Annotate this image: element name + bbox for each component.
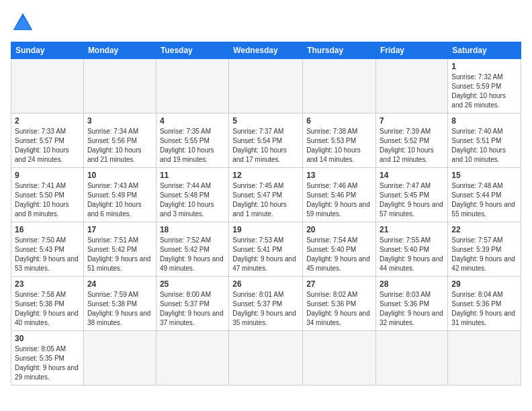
day-cell: 23Sunrise: 7:58 AM Sunset: 5:38 PM Dayli… (11, 277, 84, 331)
day-cell: 9Sunrise: 7:41 AM Sunset: 5:50 PM Daylig… (11, 168, 84, 222)
day-cell: 25Sunrise: 8:00 AM Sunset: 5:37 PM Dayli… (156, 277, 228, 331)
day-header-friday: Friday (376, 42, 448, 59)
day-number: 11 (160, 171, 225, 180)
day-cell (156, 331, 228, 385)
day-number: 8 (451, 116, 517, 126)
day-header-wednesday: Wednesday (229, 42, 303, 59)
day-cell (11, 59, 84, 113)
day-number: 2 (15, 116, 80, 126)
day-info: Sunrise: 7:47 AM Sunset: 5:45 PM Dayligh… (380, 181, 444, 219)
page: SundayMondayTuesdayWednesdayThursdayFrid… (0, 0, 532, 411)
day-info: Sunrise: 7:43 AM Sunset: 5:49 PM Dayligh… (87, 181, 152, 219)
day-cell (156, 59, 228, 113)
day-cell (229, 59, 303, 113)
logo-icon (11, 11, 35, 35)
day-info: Sunrise: 7:57 AM Sunset: 5:39 PM Dayligh… (451, 236, 517, 273)
day-info: Sunrise: 7:58 AM Sunset: 5:38 PM Dayligh… (15, 290, 80, 328)
day-number: 4 (160, 116, 225, 126)
day-cell: 5Sunrise: 7:37 AM Sunset: 5:54 PM Daylig… (229, 113, 303, 168)
day-header-thursday: Thursday (303, 42, 376, 59)
day-number: 20 (306, 225, 372, 234)
day-info: Sunrise: 7:59 AM Sunset: 5:38 PM Dayligh… (87, 290, 152, 328)
week-row-4: 16Sunrise: 7:50 AM Sunset: 5:43 PM Dayli… (11, 222, 521, 277)
day-cell: 22Sunrise: 7:57 AM Sunset: 5:39 PM Dayli… (448, 222, 521, 277)
day-cell: 21Sunrise: 7:55 AM Sunset: 5:40 PM Dayli… (376, 222, 448, 277)
day-number: 27 (306, 279, 372, 289)
header (11, 11, 521, 35)
day-cell (376, 331, 448, 385)
day-number: 24 (87, 279, 152, 289)
day-number: 30 (15, 334, 80, 343)
day-number: 26 (232, 279, 299, 289)
day-number: 17 (87, 225, 152, 234)
week-row-1: 1Sunrise: 7:32 AM Sunset: 5:59 PM Daylig… (11, 59, 521, 113)
day-cell: 6Sunrise: 7:38 AM Sunset: 5:53 PM Daylig… (303, 113, 376, 168)
day-info: Sunrise: 8:03 AM Sunset: 5:36 PM Dayligh… (380, 290, 444, 328)
logo (11, 11, 38, 35)
day-cell: 1Sunrise: 7:32 AM Sunset: 5:59 PM Daylig… (448, 59, 521, 113)
day-cell: 4Sunrise: 7:35 AM Sunset: 5:55 PM Daylig… (156, 113, 228, 168)
week-row-5: 23Sunrise: 7:58 AM Sunset: 5:38 PM Dayli… (11, 277, 521, 331)
day-cell: 11Sunrise: 7:44 AM Sunset: 5:48 PM Dayli… (156, 168, 228, 222)
day-info: Sunrise: 8:02 AM Sunset: 5:36 PM Dayligh… (306, 290, 372, 328)
week-row-6: 30Sunrise: 8:05 AM Sunset: 5:35 PM Dayli… (11, 331, 521, 385)
day-number: 10 (87, 171, 152, 180)
day-info: Sunrise: 7:35 AM Sunset: 5:55 PM Dayligh… (160, 127, 225, 165)
day-number: 23 (15, 279, 80, 289)
day-cell: 14Sunrise: 7:47 AM Sunset: 5:45 PM Dayli… (376, 168, 448, 222)
day-number: 21 (380, 225, 444, 234)
day-cell: 12Sunrise: 7:45 AM Sunset: 5:47 PM Dayli… (229, 168, 303, 222)
day-cell: 30Sunrise: 8:05 AM Sunset: 5:35 PM Dayli… (11, 331, 84, 385)
day-cell: 3Sunrise: 7:34 AM Sunset: 5:56 PM Daylig… (83, 113, 156, 168)
day-cell: 17Sunrise: 7:51 AM Sunset: 5:42 PM Dayli… (83, 222, 156, 277)
day-info: Sunrise: 7:34 AM Sunset: 5:56 PM Dayligh… (87, 127, 152, 165)
day-number: 13 (306, 171, 372, 180)
day-info: Sunrise: 7:46 AM Sunset: 5:46 PM Dayligh… (306, 181, 372, 219)
day-number: 5 (232, 116, 299, 126)
day-cell: 2Sunrise: 7:33 AM Sunset: 5:57 PM Daylig… (11, 113, 84, 168)
day-number: 28 (380, 279, 444, 289)
day-info: Sunrise: 7:44 AM Sunset: 5:48 PM Dayligh… (160, 181, 225, 219)
day-cell (83, 331, 156, 385)
day-number: 25 (160, 279, 225, 289)
calendar-body: 1Sunrise: 7:32 AM Sunset: 5:59 PM Daylig… (11, 59, 521, 385)
day-info: Sunrise: 7:37 AM Sunset: 5:54 PM Dayligh… (232, 127, 299, 165)
week-row-3: 9Sunrise: 7:41 AM Sunset: 5:50 PM Daylig… (11, 168, 521, 222)
day-cell (229, 331, 303, 385)
day-header-saturday: Saturday (448, 42, 521, 59)
day-cell: 8Sunrise: 7:40 AM Sunset: 5:51 PM Daylig… (448, 113, 521, 168)
day-number: 18 (160, 225, 225, 234)
day-cell (303, 331, 376, 385)
day-cell: 29Sunrise: 8:04 AM Sunset: 5:36 PM Dayli… (448, 277, 521, 331)
day-number: 15 (451, 171, 517, 180)
day-header-sunday: Sunday (11, 42, 84, 59)
day-cell: 7Sunrise: 7:39 AM Sunset: 5:52 PM Daylig… (376, 113, 448, 168)
day-info: Sunrise: 7:39 AM Sunset: 5:52 PM Dayligh… (380, 127, 444, 165)
days-header-row: SundayMondayTuesdayWednesdayThursdayFrid… (11, 42, 521, 59)
day-info: Sunrise: 7:54 AM Sunset: 5:40 PM Dayligh… (306, 236, 372, 273)
day-number: 6 (306, 116, 372, 126)
day-number: 1 (451, 62, 517, 71)
day-number: 29 (451, 279, 517, 289)
day-number: 19 (232, 225, 299, 234)
day-info: Sunrise: 7:52 AM Sunset: 5:42 PM Dayligh… (160, 236, 225, 273)
day-cell: 10Sunrise: 7:43 AM Sunset: 5:49 PM Dayli… (83, 168, 156, 222)
day-number: 22 (451, 225, 517, 234)
day-header-monday: Monday (83, 42, 156, 59)
day-info: Sunrise: 7:45 AM Sunset: 5:47 PM Dayligh… (232, 181, 299, 219)
day-cell: 24Sunrise: 7:59 AM Sunset: 5:38 PM Dayli… (83, 277, 156, 331)
day-cell: 27Sunrise: 8:02 AM Sunset: 5:36 PM Dayli… (303, 277, 376, 331)
day-info: Sunrise: 7:40 AM Sunset: 5:51 PM Dayligh… (451, 127, 517, 165)
day-info: Sunrise: 8:05 AM Sunset: 5:35 PM Dayligh… (15, 345, 80, 382)
day-cell: 15Sunrise: 7:48 AM Sunset: 5:44 PM Dayli… (448, 168, 521, 222)
day-number: 3 (87, 116, 152, 126)
day-cell: 28Sunrise: 8:03 AM Sunset: 5:36 PM Dayli… (376, 277, 448, 331)
day-cell (376, 59, 448, 113)
day-cell (303, 59, 376, 113)
day-info: Sunrise: 7:50 AM Sunset: 5:43 PM Dayligh… (15, 236, 80, 273)
day-cell: 26Sunrise: 8:01 AM Sunset: 5:37 PM Dayli… (229, 277, 303, 331)
day-info: Sunrise: 8:00 AM Sunset: 5:37 PM Dayligh… (160, 290, 225, 328)
calendar: SundayMondayTuesdayWednesdayThursdayFrid… (11, 42, 521, 385)
svg-marker-1 (14, 17, 31, 29)
day-info: Sunrise: 7:41 AM Sunset: 5:50 PM Dayligh… (15, 181, 80, 219)
